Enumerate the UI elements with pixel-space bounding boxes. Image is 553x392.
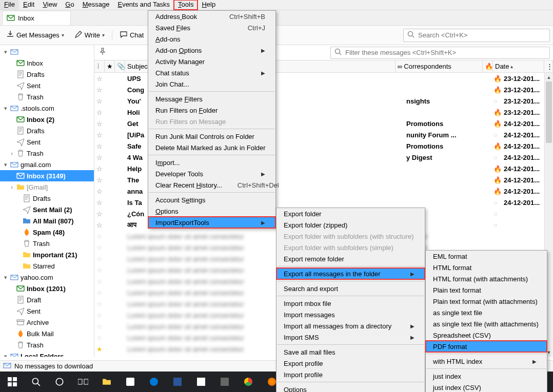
filter-search[interactable]: [330, 47, 550, 59]
col-date[interactable]: Date ▴: [493, 60, 544, 72]
menu-item-clear-recent-history[interactable]: Clear Recent History...Ctrl+Shift+Del: [148, 179, 275, 191]
menu-item-delete-mail-marked-as-junk-in-folder[interactable]: Delete Mail Marked as Junk in Folder: [148, 142, 275, 153]
scroll-thumb[interactable]: [546, 81, 552, 143]
account-header[interactable]: ▾yahoo.com: [0, 272, 94, 283]
folder-all-mail-807-[interactable]: All Mail (807): [0, 215, 94, 226]
menu-item-export-folder-zipped[interactable]: Export folder (zipped): [276, 219, 425, 231]
importexport-submenu[interactable]: Export folderExport folder (zipped)Expor…: [276, 208, 425, 392]
menu-item-add-on-options[interactable]: Add-on Options▶: [148, 45, 275, 56]
col-hot[interactable]: 🔥: [483, 60, 493, 72]
menu-edit[interactable]: Edit: [19, 0, 38, 10]
cortana-button[interactable]: [48, 372, 71, 392]
menu-item-activity-manager[interactable]: Activity Manager: [148, 56, 275, 67]
search-button[interactable]: [25, 372, 47, 392]
menu-message[interactable]: Message: [78, 0, 114, 10]
get-messages-button[interactable]: Get Messages ▾: [3, 28, 67, 42]
folder-sent[interactable]: Sent: [0, 305, 94, 317]
menu-item-import-messages[interactable]: Import messages: [276, 309, 425, 320]
app-icon-2[interactable]: [213, 372, 236, 392]
account-header[interactable]: ▾gmail.com: [0, 159, 94, 170]
menu-item-spreadsheet-csv[interactable]: Spreadsheet (CSV): [426, 329, 547, 341]
folder-inbox[interactable]: Inbox: [0, 57, 94, 69]
menu-item-as-single-text-file[interactable]: as single text file: [426, 307, 547, 318]
menu-item-chat-status[interactable]: Chat status▶: [148, 67, 275, 78]
folder-trash[interactable]: Trash: [0, 91, 94, 102]
folder-spam-48-[interactable]: Spam (48): [0, 226, 94, 238]
menu-item-just-index[interactable]: just index: [426, 370, 547, 382]
folder-drafts[interactable]: Drafts: [0, 69, 94, 80]
folder-draft[interactable]: Draft: [0, 294, 94, 305]
folder-archive[interactable]: Archive: [0, 317, 94, 328]
global-search-input[interactable]: [418, 31, 546, 39]
menu-item-pdf-format[interactable]: PDF format: [426, 341, 547, 352]
menu-item-import-all-messages-from-a-directory[interactable]: Import all messages from a directory▶: [276, 320, 425, 332]
col-correspondents[interactable]: ∞Correspondents: [396, 60, 483, 72]
folder-sent[interactable]: Sent: [0, 136, 94, 148]
menu-item-html-format-with-attachments[interactable]: HTML format (with attachments): [426, 273, 547, 284]
folder-sent-mail-2-[interactable]: Sent Mail (2): [0, 204, 94, 215]
col-thread[interactable]: ⸽: [94, 60, 105, 72]
menu-item-plain-text-format-with-attachments[interactable]: Plain text format (with attachments): [426, 296, 547, 307]
menu-item-as-single-text-file-with-attachments[interactable]: as single text file (with attachments): [426, 318, 547, 329]
global-search[interactable]: [403, 29, 550, 42]
filter-search-input[interactable]: [345, 49, 546, 56]
menu-item-import-profile[interactable]: Import profile: [276, 369, 425, 380]
menu-view[interactable]: View: [38, 0, 61, 10]
menu-item-export-profile[interactable]: Export profile: [276, 358, 425, 369]
menu-item-search-and-export[interactable]: Search and export: [276, 283, 425, 294]
menu-item-options[interactable]: Options: [148, 205, 275, 217]
col-star[interactable]: ★: [105, 60, 115, 72]
file-explorer-icon[interactable]: [95, 372, 118, 392]
write-button[interactable]: Write ▾: [71, 28, 108, 42]
store-icon[interactable]: [190, 372, 212, 392]
menu-item-just-index-csv[interactable]: just index (CSV): [426, 382, 547, 392]
menu-item-eml-format[interactable]: EML format: [426, 251, 547, 262]
chrome-icon[interactable]: [237, 372, 260, 392]
menu-go[interactable]: Go: [61, 0, 78, 10]
menu-item-import-mbox-file[interactable]: Import mbox file: [276, 298, 425, 309]
menu-item-html-format[interactable]: HTML format: [426, 262, 547, 273]
menu-item-account-settings[interactable]: Account Settings: [148, 194, 275, 205]
chat-button[interactable]: Chat: [116, 28, 147, 42]
folder--gmail-[interactable]: ›[Gmail]: [0, 181, 94, 193]
menu-item-options[interactable]: Options: [276, 384, 425, 392]
account-header[interactable]: ▾.stools.com: [0, 102, 94, 114]
menu-item-run-junk-mail-controls-on-folder[interactable]: Run Junk Mail Controls on Folder: [148, 131, 275, 142]
menu-item-save-all-mail-files[interactable]: Save all mail files: [276, 346, 425, 358]
start-button[interactable]: [1, 372, 24, 392]
menu-item-plain-text-format[interactable]: Plain text format: [426, 284, 547, 296]
account-header[interactable]: ▾Local Folders: [0, 350, 94, 357]
menu-item-export-all-messages-in-the-folder[interactable]: Export all messages in the folder▶: [276, 268, 425, 279]
folder-important-21-[interactable]: Important (21): [0, 249, 94, 260]
edge-icon[interactable]: [143, 372, 165, 392]
folder-trash[interactable]: Trash: [0, 339, 94, 350]
folder-inbox-3149-[interactable]: Inbox (3149): [0, 170, 94, 181]
menu-tools[interactable]: Tools: [174, 0, 198, 10]
menu-item-export-remote-folder[interactable]: Export remote folder: [276, 253, 425, 264]
folder-sent[interactable]: Sent: [0, 80, 94, 91]
app-icon[interactable]: [119, 372, 142, 392]
menu-item-add-ons[interactable]: Add-ons: [148, 33, 275, 45]
folder-starred[interactable]: Starred: [0, 260, 94, 272]
pin-icon[interactable]: [97, 48, 108, 57]
menu-help[interactable]: Help: [198, 0, 220, 10]
folder-drafts[interactable]: Drafts: [0, 193, 94, 204]
menu-item-join-chat[interactable]: Join Chat...: [148, 78, 275, 90]
col-picker[interactable]: ⋮: [544, 60, 553, 72]
tools-menu[interactable]: Address BookCtrl+Shift+BSaved FilesCtrl+…: [148, 10, 276, 229]
folder-trash[interactable]: ›Trash: [0, 148, 94, 159]
menu-item-export-folder[interactable]: Export folder: [276, 208, 425, 219]
menu-item-address-book[interactable]: Address BookCtrl+Shift+B: [148, 11, 275, 22]
folder-drafts[interactable]: Drafts: [0, 125, 94, 136]
menu-events-and-tasks[interactable]: Events and Tasks: [113, 0, 174, 10]
menu-item-saved-files[interactable]: Saved FilesCtrl+J: [148, 22, 275, 33]
export-all-format-submenu[interactable]: EML formatHTML formatHTML format (with a…: [425, 250, 547, 392]
scroll-up-button[interactable]: ▲: [545, 73, 553, 81]
folder-inbox-2-[interactable]: Inbox (2): [0, 114, 94, 125]
folder-inbox-1201-[interactable]: Inbox (1201): [0, 283, 94, 294]
tab-inbox[interactable]: Inbox: [2, 11, 71, 25]
menu-item-developer-tools[interactable]: Developer Tools▶: [148, 168, 275, 179]
account-header[interactable]: ▾: [0, 46, 94, 57]
word-icon[interactable]: [166, 372, 189, 392]
menu-item-import[interactable]: Import...: [148, 157, 275, 168]
